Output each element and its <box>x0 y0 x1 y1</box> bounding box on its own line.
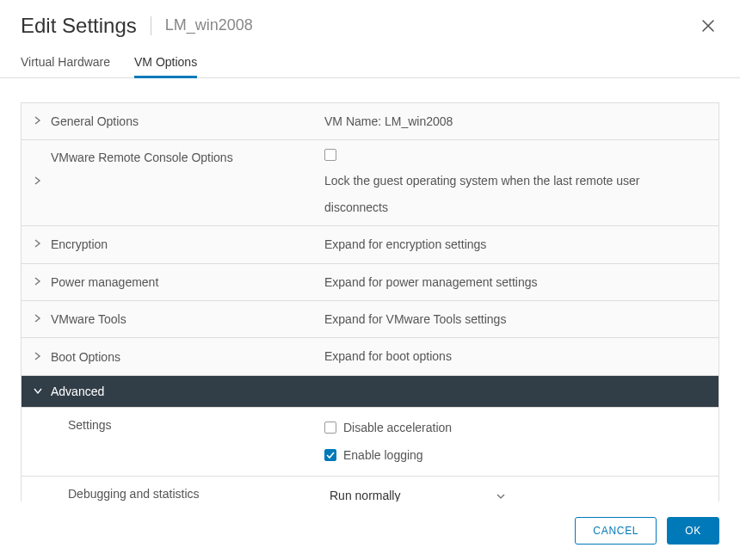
chevron-right-icon[interactable] <box>34 277 42 287</box>
lock-guest-os-label-line1: Lock the guest operating system when the… <box>324 171 706 190</box>
ok-button[interactable]: OK <box>667 517 719 545</box>
encryption-label: Encryption <box>51 237 108 251</box>
debugging-label: Debugging and statistics <box>22 477 312 502</box>
close-icon[interactable] <box>697 15 719 37</box>
section-advanced-header[interactable]: Advanced <box>22 376 718 408</box>
chevron-down-icon <box>496 489 510 502</box>
lock-guest-os-label-line2: disconnects <box>324 198 706 217</box>
chevron-right-icon[interactable] <box>34 352 42 362</box>
boot-options-value: Expand for boot options <box>324 347 706 366</box>
tabs: Virtual Hardware VM Options <box>0 48 740 78</box>
section-remote-console: VMware Remote Console Options Lock <box>22 140 718 226</box>
tab-virtual-hardware[interactable]: Virtual Hardware <box>21 48 110 77</box>
settings-panel: General Options VM Name: LM_win2008 VMwa… <box>21 102 719 502</box>
edit-settings-dialog: Edit Settings LM_win2008 Virtual Hardwar… <box>0 0 740 560</box>
enable-logging-checkbox[interactable] <box>324 449 336 461</box>
enable-logging-label: Enable logging <box>343 446 423 465</box>
chevron-right-icon[interactable] <box>34 314 42 324</box>
vm-name-value: VM Name: LM_win2008 <box>324 112 706 131</box>
section-power-management: Power management Expand for power manage… <box>22 264 718 301</box>
debugging-row: Debugging and statistics Run normally <box>22 477 718 502</box>
tab-vm-options[interactable]: VM Options <box>134 48 197 77</box>
advanced-settings-row: Settings Disable acceleration Enable log… <box>22 408 718 477</box>
power-management-label: Power management <box>51 275 158 289</box>
disable-acceleration-label: Disable acceleration <box>343 418 452 437</box>
debugging-selected-value: Run normally <box>324 489 400 502</box>
boot-options-label: Boot Options <box>51 350 120 364</box>
vmware-tools-label: VMware Tools <box>51 312 126 326</box>
section-boot-options: Boot Options Expand for boot options <box>22 338 718 375</box>
section-general-options: General Options VM Name: LM_win2008 <box>22 103 718 140</box>
vm-name-subtitle: LM_win2008 <box>151 16 253 35</box>
dialog-title: Edit Settings <box>21 14 137 38</box>
debugging-select[interactable]: Run normally <box>324 487 510 502</box>
power-management-value: Expand for power management settings <box>324 273 706 292</box>
settings-scroll-area[interactable]: General Options VM Name: LM_win2008 VMwa… <box>0 78 740 502</box>
advanced-settings-label: Settings <box>22 408 312 476</box>
advanced-label: Advanced <box>51 385 104 398</box>
disable-acceleration-checkbox[interactable] <box>324 422 336 434</box>
remote-console-label: VMware Remote Console Options <box>51 151 233 164</box>
dialog-header: Edit Settings LM_win2008 <box>0 0 740 48</box>
general-options-label: General Options <box>51 114 139 128</box>
chevron-right-icon[interactable] <box>34 116 42 126</box>
chevron-right-icon[interactable] <box>34 176 42 187</box>
chevron-right-icon[interactable] <box>34 239 42 249</box>
encryption-value: Expand for encryption settings <box>324 235 706 254</box>
section-vmware-tools: VMware Tools Expand for VMware Tools set… <box>22 301 718 338</box>
vmware-tools-value: Expand for VMware Tools settings <box>324 310 706 329</box>
lock-guest-os-checkbox[interactable] <box>324 149 336 161</box>
dialog-footer: CANCEL OK <box>0 502 740 560</box>
chevron-down-icon[interactable] <box>34 386 42 397</box>
section-encryption: Encryption Expand for encryption setting… <box>22 226 718 263</box>
cancel-button[interactable]: CANCEL <box>575 517 657 545</box>
